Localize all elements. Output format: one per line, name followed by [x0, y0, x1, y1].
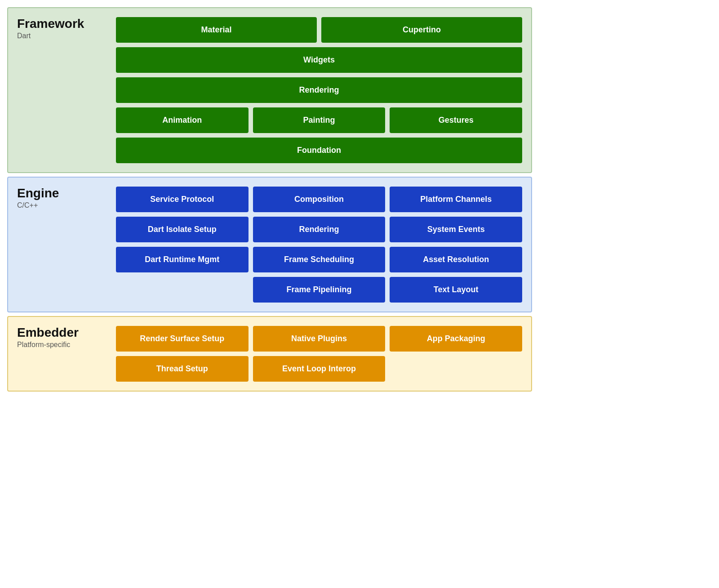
platform-channels-box: Platform Channels	[390, 187, 522, 212]
framework-row-5: Foundation	[116, 138, 522, 163]
app-packaging-box: App Packaging	[390, 326, 522, 352]
text-layout-box: Text Layout	[390, 277, 522, 303]
framework-label: Framework Dart	[17, 17, 107, 163]
engine-layer: Engine C/C++ Service Protocol Compositio…	[7, 177, 532, 312]
framework-content: Material Cupertino Widgets Rendering Ani…	[116, 17, 522, 163]
frame-scheduling-box: Frame Scheduling	[253, 247, 386, 272]
rendering-box: Rendering	[116, 77, 522, 103]
dart-isolate-setup-box: Dart Isolate Setup	[116, 217, 249, 242]
engine-row-3: Dart Runtime Mgmt Frame Scheduling Asset…	[116, 247, 522, 272]
engine-row-4: Frame Pipelining Text Layout	[116, 277, 522, 303]
thread-setup-box: Thread Setup	[116, 356, 249, 382]
service-protocol-box: Service Protocol	[116, 187, 249, 212]
gestures-box: Gestures	[390, 107, 522, 133]
native-plugins-box: Native Plugins	[253, 326, 386, 352]
engine-row-1: Service Protocol Composition Platform Ch…	[116, 187, 522, 212]
framework-layer: Framework Dart Material Cupertino Widget…	[7, 7, 532, 173]
composition-box: Composition	[253, 187, 386, 212]
embedder-content: Render Surface Setup Native Plugins App …	[116, 326, 522, 382]
animation-box: Animation	[116, 107, 249, 133]
framework-subtitle: Dart	[17, 32, 107, 40]
render-surface-setup-box: Render Surface Setup	[116, 326, 249, 352]
framework-row-1: Material Cupertino	[116, 17, 522, 43]
widgets-box: Widgets	[116, 47, 522, 73]
engine-subtitle: C/C++	[17, 201, 107, 209]
framework-row-2: Widgets	[116, 47, 522, 73]
framework-row-3: Rendering	[116, 77, 522, 103]
painting-box: Painting	[253, 107, 386, 133]
cupertino-box: Cupertino	[321, 17, 522, 43]
engine-label: Engine C/C++	[17, 187, 107, 303]
embedder-row-1: Render Surface Setup Native Plugins App …	[116, 326, 522, 352]
embedder-title: Embedder	[17, 326, 107, 340]
embedder-row-2: Thread Setup Event Loop Interop	[116, 356, 522, 382]
material-box: Material	[116, 17, 317, 43]
embedder-empty-box	[390, 356, 522, 382]
dart-runtime-box: Dart Runtime Mgmt	[116, 247, 249, 272]
embedder-label: Embedder Platform-specific	[17, 326, 107, 382]
engine-row-2: Dart Isolate Setup Rendering System Even…	[116, 217, 522, 242]
engine-rendering-box: Rendering	[253, 217, 386, 242]
embedder-layer: Embedder Platform-specific Render Surfac…	[7, 316, 532, 392]
frame-pipelining-box: Frame Pipelining	[253, 277, 386, 303]
engine-empty-box	[116, 277, 249, 303]
framework-title: Framework	[17, 17, 107, 31]
engine-title: Engine	[17, 187, 107, 200]
embedder-subtitle: Platform-specific	[17, 341, 107, 349]
event-loop-interop-box: Event Loop Interop	[253, 356, 386, 382]
engine-content: Service Protocol Composition Platform Ch…	[116, 187, 522, 303]
framework-row-4: Animation Painting Gestures	[116, 107, 522, 133]
foundation-box: Foundation	[116, 138, 522, 163]
asset-resolution-box: Asset Resolution	[390, 247, 522, 272]
system-events-box: System Events	[390, 217, 522, 242]
